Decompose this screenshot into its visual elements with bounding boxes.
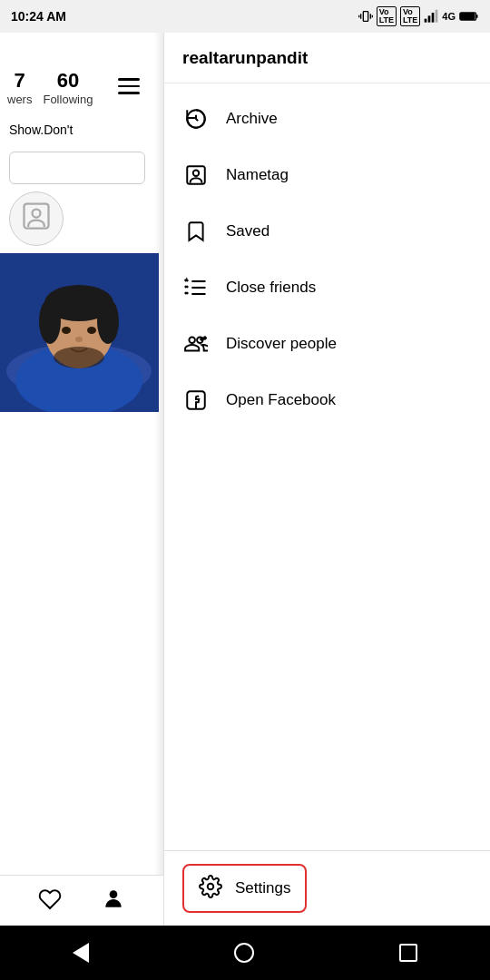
menu-item-open-facebook[interactable]: Open Facebook <box>164 372 490 428</box>
svg-point-8 <box>33 209 41 217</box>
avatar <box>9 191 64 246</box>
left-overlay <box>154 33 163 926</box>
svg-rect-3 <box>432 13 435 23</box>
svg-point-31 <box>110 890 118 898</box>
edit-profile-button[interactable] <box>9 152 145 184</box>
open-facebook-label: Open Facebook <box>226 391 336 409</box>
bottom-nav-left <box>0 875 163 926</box>
home-button[interactable] <box>234 943 254 963</box>
followers-stat[interactable]: 7 wers <box>7 69 32 106</box>
volte2-icon: VoLTE <box>400 6 420 26</box>
hamburger-line <box>118 85 140 88</box>
following-label: Following <box>43 93 93 106</box>
4g-icon: 4G <box>442 11 456 22</box>
saved-label: Saved <box>226 222 270 240</box>
svg-point-22 <box>193 171 200 177</box>
signal-icon <box>424 9 438 24</box>
saved-icon <box>182 218 210 245</box>
battery-icon <box>459 10 479 23</box>
like-button[interactable] <box>38 887 62 915</box>
android-nav <box>0 926 490 980</box>
photo-content <box>0 253 159 412</box>
close-friends-icon <box>182 274 210 301</box>
discover-people-label: Discover people <box>226 335 337 353</box>
svg-rect-0 <box>363 12 368 22</box>
following-count: 60 <box>57 69 79 93</box>
menu-item-close-friends[interactable]: Close friends <box>164 260 490 316</box>
archive-icon <box>182 105 210 132</box>
following-stat[interactable]: 60 Following <box>43 69 93 106</box>
svg-point-15 <box>97 299 119 344</box>
svg-point-19 <box>54 347 104 368</box>
hamburger-menu[interactable] <box>118 78 140 94</box>
menu-item-nametag[interactable]: Nametag <box>164 147 490 203</box>
settings-label: Settings <box>235 879 290 897</box>
recents-button[interactable] <box>399 944 417 962</box>
vibrate-icon <box>358 9 373 24</box>
archive-label: Archive <box>226 110 278 128</box>
menu-header: realtarunpandit <box>164 33 490 83</box>
svg-rect-2 <box>428 15 431 22</box>
close-friends-label: Close friends <box>226 279 316 297</box>
menu-items: Archive Nametag <box>164 83 490 850</box>
hamburger-line <box>118 78 140 81</box>
followers-count: 7 <box>15 69 25 93</box>
profile-nav-button[interactable] <box>102 887 125 915</box>
status-time: 10:24 AM <box>11 9 66 24</box>
back-button[interactable] <box>73 943 89 963</box>
hamburger-line <box>118 92 140 94</box>
menu-item-saved[interactable]: Saved <box>164 203 490 260</box>
volte1-icon: VoLTE <box>377 6 397 26</box>
svg-point-17 <box>87 327 96 334</box>
profile-bio: Show.Don't <box>0 115 163 144</box>
photo-svg <box>0 253 159 412</box>
svg-point-14 <box>39 299 61 344</box>
followers-label: wers <box>7 93 32 106</box>
svg-rect-4 <box>436 10 438 23</box>
svg-rect-1 <box>425 19 427 23</box>
left-panel: 7 wers 60 Following Show.Don't <box>0 33 163 926</box>
nametag-label: Nametag <box>226 166 289 184</box>
menu-item-discover-people[interactable]: Discover people <box>164 316 490 372</box>
nametag-icon <box>182 162 210 189</box>
discover-people-icon <box>182 330 210 358</box>
svg-point-30 <box>208 884 214 890</box>
svg-rect-6 <box>461 14 475 20</box>
menu-item-archive[interactable]: Archive <box>164 91 490 147</box>
avatar-icon <box>20 200 53 239</box>
status-bar: 10:24 AM VoLTE VoLTE 4G <box>0 0 490 33</box>
settings-icon <box>199 875 222 902</box>
facebook-icon <box>182 387 210 414</box>
settings-button[interactable]: Settings <box>182 864 307 913</box>
settings-section: Settings <box>164 850 490 926</box>
right-panel: realtarunpandit Archive <box>163 33 490 926</box>
svg-point-18 <box>75 337 83 342</box>
status-icons: VoLTE VoLTE 4G <box>358 6 479 26</box>
svg-point-16 <box>62 327 71 334</box>
menu-username: realtarunpandit <box>182 48 308 68</box>
profile-photo <box>0 253 159 412</box>
